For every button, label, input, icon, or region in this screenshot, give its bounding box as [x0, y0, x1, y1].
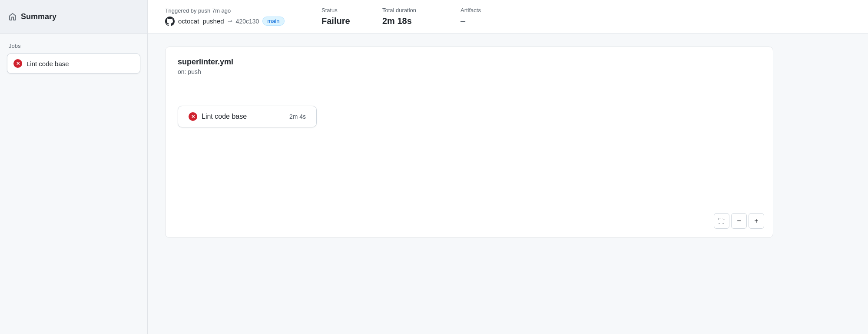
artifacts-value: –: [461, 16, 504, 26]
sidebar-job-item[interactable]: Lint code base: [7, 53, 140, 73]
failure-icon: [13, 59, 22, 68]
artifacts-label: Artifacts: [461, 7, 504, 13]
workflow-name: superlinter.yml: [178, 57, 761, 67]
branch-badge[interactable]: main: [262, 17, 284, 26]
minus-icon: −: [737, 217, 741, 225]
actor-name: octocat: [178, 17, 199, 25]
info-bar: Triggered by push 7m ago octocat pushed …: [148, 0, 868, 33]
status-label: Status: [321, 7, 365, 13]
commit-hash: 420c130: [236, 18, 259, 25]
pushed-text: pushed: [202, 17, 224, 25]
canvas-failure-icon: [189, 112, 197, 121]
workflow-card: superlinter.yml on: push Lint code base …: [165, 47, 773, 238]
home-icon: [9, 13, 17, 21]
zoom-in-button[interactable]: +: [749, 213, 764, 229]
commit-icon: ⊸: [228, 18, 232, 24]
canvas-job-item[interactable]: Lint code base 2m 4s: [178, 106, 317, 127]
trigger-section: Triggered by push 7m ago octocat pushed …: [165, 7, 295, 26]
summary-nav-item[interactable]: Summary: [0, 0, 147, 34]
zoom-out-button[interactable]: −: [731, 213, 747, 229]
trigger-detail: octocat pushed ⊸ 420c130 main: [165, 17, 295, 26]
duration-label: Total duration: [382, 7, 443, 13]
duration-value: 2m 18s: [382, 16, 443, 26]
zoom-fit-button[interactable]: [714, 213, 729, 229]
zoom-controls: − +: [714, 213, 764, 229]
workflow-trigger: on: push: [178, 68, 761, 75]
sidebar: Summary Jobs Lint code base: [0, 0, 148, 334]
jobs-section: Jobs Lint code base: [0, 34, 147, 80]
sidebar-job-label: Lint code base: [27, 60, 69, 67]
summary-label: Summary: [21, 12, 56, 21]
octocat-icon: [165, 17, 175, 26]
canvas-area: superlinter.yml on: push Lint code base …: [148, 33, 868, 294]
status-section: Status Failure: [295, 7, 365, 26]
main-content: Triggered by push 7m ago octocat pushed …: [148, 0, 868, 334]
status-value: Failure: [321, 16, 365, 26]
canvas-job-duration: 2m 4s: [289, 113, 306, 120]
canvas-job-label: Lint code base: [202, 113, 259, 120]
duration-section: Total duration 2m 18s: [365, 7, 443, 26]
plus-icon: +: [754, 217, 758, 225]
jobs-heading: Jobs: [7, 43, 140, 49]
trigger-label: Triggered by push 7m ago: [165, 7, 295, 14]
artifacts-section: Artifacts –: [443, 7, 504, 26]
